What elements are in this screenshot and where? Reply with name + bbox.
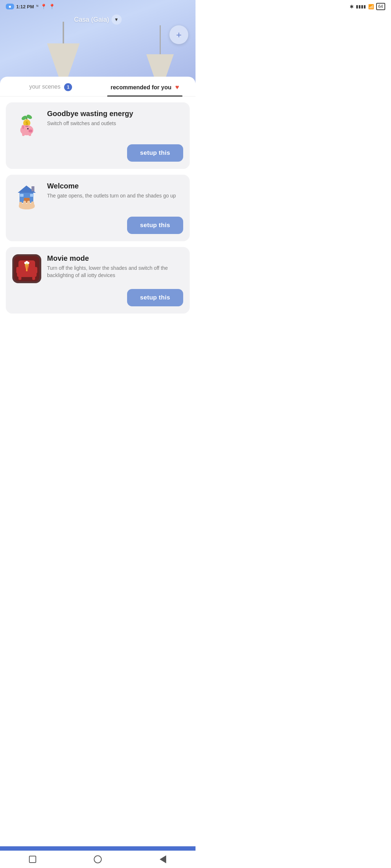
- cards-section: $: [0, 97, 196, 322]
- svg-rect-26: [31, 201, 34, 206]
- location-icon-2: 📍: [49, 4, 55, 9]
- svg-rect-14: [25, 126, 28, 127]
- svg-rect-19: [30, 194, 34, 197]
- svg-point-6: [28, 129, 33, 133]
- tab-recommended[interactable]: recommended for you ♥: [98, 77, 192, 96]
- location-icon: 📍: [41, 4, 47, 9]
- status-left: ■ 1:12 PM ᴺ 📍 📍: [6, 4, 55, 9]
- svg-rect-33: [34, 267, 37, 273]
- dropdown-icon[interactable]: ▼: [112, 14, 122, 25]
- svg-rect-29: [17, 271, 37, 277]
- svg-point-11: [22, 125, 24, 129]
- location-name: Casa (Gaia): [74, 16, 109, 24]
- nfc-icon: ᴺ: [36, 4, 38, 9]
- card-icon-movie: [12, 254, 41, 283]
- svg-point-8: [31, 131, 32, 132]
- svg-rect-25: [27, 201, 30, 206]
- location-selector[interactable]: Casa (Gaia) ▼: [74, 14, 121, 25]
- status-bar: ■ 1:12 PM ᴺ 📍 📍 ✱ ▮▮▮▮ 📶 64: [0, 0, 196, 12]
- tab-recommended-label: recommended for you: [110, 84, 171, 90]
- card-top-2: Welcome The gate opens, the outlets turn…: [12, 182, 183, 211]
- card-text-2: Welcome The gate opens, the outlets turn…: [47, 182, 183, 200]
- battery-pill: ■: [6, 4, 14, 9]
- card-icon-piggy: $: [12, 110, 41, 139]
- svg-rect-30: [18, 276, 21, 280]
- scenes-count-badge: 1: [64, 83, 72, 91]
- card-icon-welcome: [12, 182, 41, 211]
- card-action-2: setup this: [12, 217, 183, 234]
- card-subtitle-2: The gate opens, the outlets turn on and …: [47, 192, 183, 200]
- status-time: 1:12 PM: [16, 4, 34, 9]
- svg-text:$: $: [26, 121, 28, 126]
- card-text-1: Goodbye wasting energy Switch off switch…: [47, 110, 183, 127]
- svg-rect-23: [19, 202, 22, 206]
- card-action-3: setup this: [12, 289, 183, 306]
- svg-rect-31: [32, 276, 35, 280]
- tabs-container: your scenes 1 recommended for you ♥: [0, 77, 196, 97]
- svg-point-7: [29, 131, 30, 132]
- lamp-decoration-1: [47, 22, 80, 83]
- scene-card-goodbye-wasting: $: [6, 102, 190, 169]
- card-title-1: Goodbye wasting energy: [47, 110, 183, 118]
- scene-card-movie: Movie mode Turn off the lights, lower th…: [6, 247, 190, 314]
- svg-point-9: [27, 128, 29, 129]
- heart-icon: ♥: [175, 84, 179, 91]
- hero-section: Casa (Gaia) ▼ +: [0, 0, 196, 83]
- svg-rect-13: [29, 133, 31, 136]
- svg-rect-32: [16, 267, 19, 273]
- card-text-3: Movie mode Turn off the lights, lower th…: [47, 254, 183, 279]
- tab-your-scenes[interactable]: your scenes 1: [4, 77, 98, 96]
- card-subtitle-1: Switch off switches and outlets: [47, 120, 183, 127]
- setup-button-2[interactable]: setup this: [127, 217, 183, 234]
- add-button[interactable]: +: [169, 25, 188, 44]
- card-top-3: Movie mode Turn off the lights, lower th…: [12, 254, 183, 283]
- svg-rect-12: [22, 133, 25, 136]
- card-title-2: Welcome: [47, 182, 183, 190]
- header-bar: Casa (Gaia) ▼ +: [0, 14, 196, 25]
- svg-rect-20: [31, 186, 34, 191]
- card-action-1: setup this: [12, 144, 183, 162]
- card-subtitle-3: Turn off the lights, lower the shades an…: [47, 265, 183, 279]
- svg-rect-18: [20, 194, 24, 197]
- tab-your-scenes-label: your scenes: [29, 84, 60, 90]
- scene-card-welcome: Welcome The gate opens, the outlets turn…: [6, 175, 190, 241]
- card-top-1: $: [12, 110, 183, 139]
- setup-button-3[interactable]: setup this: [127, 289, 183, 306]
- card-title-3: Movie mode: [47, 254, 183, 263]
- setup-button-1[interactable]: setup this: [127, 144, 183, 162]
- svg-rect-24: [23, 201, 26, 206]
- svg-point-38: [27, 262, 29, 264]
